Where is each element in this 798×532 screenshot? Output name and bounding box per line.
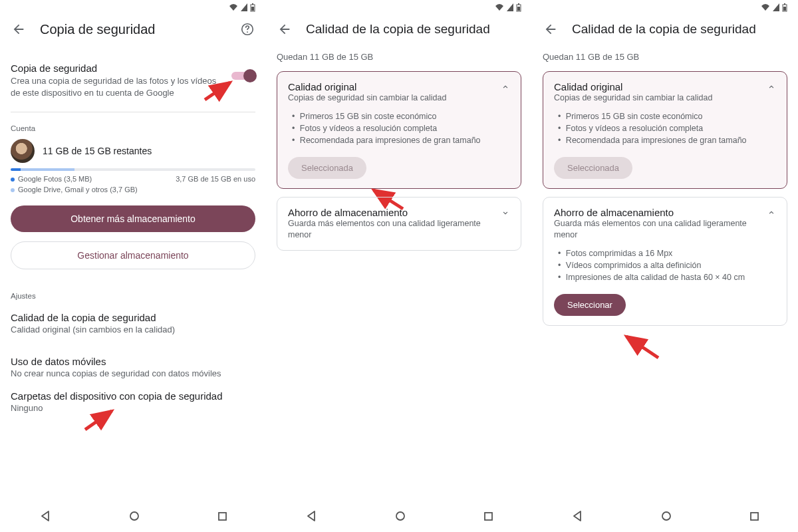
signal-icon: [507, 3, 513, 11]
account-label: Cuenta: [11, 124, 255, 132]
card-subtitle: Copias de seguridad sin cambiar la calid…: [554, 92, 761, 104]
svg-rect-11: [517, 7, 520, 11]
setting-title: Calidad de la copia de seguridad: [11, 312, 255, 323]
account-row[interactable]: 11 GB de 15 GB restantes: [11, 139, 255, 163]
nav-back-icon[interactable]: [39, 510, 51, 522]
bullet: Fotos y vídeos a resolución completa: [558, 124, 776, 133]
bullet: Fotos comprimidas a 16 Mpx: [558, 249, 776, 258]
wifi-icon: [229, 3, 238, 11]
nav-recent-icon[interactable]: [217, 511, 227, 521]
chevron-up-icon: [501, 82, 510, 94]
svg-rect-8: [219, 513, 226, 520]
storage-quota: Quedan 11 GB de 15 GB: [277, 52, 521, 62]
nav-home-icon[interactable]: [661, 511, 672, 521]
app-bar: Calidad de la copia de seguridad: [543, 12, 787, 47]
backup-subtitle: Crea una copia de seguridad de las fotos…: [11, 75, 223, 98]
card-subtitle: Copias de seguridad sin cambiar la calid…: [288, 92, 495, 104]
nav-home-icon[interactable]: [395, 511, 406, 521]
svg-point-4: [247, 31, 248, 33]
svg-point-13: [396, 512, 404, 520]
page-title: Copia de seguridad: [40, 22, 226, 37]
signal-icon: [773, 3, 779, 11]
card-subtitle: Guarda más elementos con una calidad lig…: [288, 218, 495, 241]
divider: [11, 112, 255, 112]
nav-recent-icon[interactable]: [749, 511, 759, 521]
battery-icon: [516, 3, 521, 12]
card-subtitle: Guarda más elementos con una calidad lig…: [554, 218, 761, 241]
annotation-arrow: [200, 78, 246, 105]
selected-pill: Seleccionada: [554, 157, 632, 179]
signal-icon: [241, 3, 247, 11]
card-title: Ahorro de almacenamiento: [554, 207, 761, 218]
manage-storage-button[interactable]: Gestionar almacenamiento: [11, 241, 255, 269]
svg-point-7: [130, 512, 138, 520]
card-original-quality[interactable]: Calidad original Copias de seguridad sin…: [543, 71, 787, 189]
bullet: Recomendada para impresiones de gran tam…: [558, 136, 776, 145]
card-bullets: Primeros 15 GB sin coste económico Fotos…: [288, 112, 510, 145]
nav-back-icon[interactable]: [305, 510, 317, 522]
card-storage-saver[interactable]: Ahorro de almacenamiento Guarda más elem…: [543, 197, 787, 326]
card-bullets: Fotos comprimidas a 16 Mpx Vídeos compri…: [554, 249, 776, 282]
nav-back-icon[interactable]: [571, 510, 583, 522]
app-bar: Calidad de la copia de seguridad: [277, 12, 521, 47]
card-title: Ahorro de almacenamiento: [288, 207, 495, 218]
page-title: Calidad de la copia de seguridad: [306, 22, 521, 37]
back-icon[interactable]: [543, 21, 559, 37]
legend-usage: 3,7 GB de 15 GB en uso: [176, 175, 255, 196]
svg-rect-14: [485, 513, 492, 520]
annotation-arrow: [80, 408, 126, 435]
nav-bar: [266, 503, 532, 529]
nav-bar: [532, 503, 798, 529]
setting-subtitle: No crear nunca copias de seguridad con d…: [11, 368, 255, 378]
card-storage-saver[interactable]: Ahorro de almacenamiento Guarda más elem…: [277, 197, 521, 251]
setting-device-folders[interactable]: Carpetas del dispositivo con copia de se…: [11, 390, 255, 413]
svg-line-6: [85, 411, 112, 430]
bullet: Primeros 15 GB sin coste económico: [558, 112, 776, 121]
svg-rect-17: [783, 7, 786, 11]
storage-legend: Google Fotos (3,5 MB) Google Drive, Gmai…: [11, 175, 255, 196]
setting-title: Uso de datos móviles: [11, 356, 255, 367]
bullet: Vídeos comprimidos a alta definición: [558, 261, 776, 270]
page-title: Calidad de la copia de seguridad: [572, 22, 787, 37]
battery-icon: [250, 3, 255, 12]
nav-recent-icon[interactable]: [483, 511, 493, 521]
select-button[interactable]: Seleccionar: [554, 294, 626, 316]
status-bar: [277, 0, 521, 12]
bullet: Impresiones de alta calidad de hasta 60 …: [558, 273, 776, 282]
status-bar: [11, 0, 255, 12]
chevron-up-icon: [767, 82, 776, 94]
card-title: Calidad original: [288, 81, 495, 92]
back-icon[interactable]: [277, 21, 293, 37]
back-icon[interactable]: [11, 21, 27, 37]
wifi-icon: [761, 3, 770, 11]
svg-point-19: [662, 512, 670, 520]
card-bullets: Primeros 15 GB sin coste económico Fotos…: [554, 112, 776, 145]
svg-rect-16: [784, 3, 785, 5]
setting-backup-quality[interactable]: Calidad de la copia de seguridad Calidad…: [11, 312, 255, 334]
svg-rect-1: [252, 3, 253, 5]
avatar: [11, 139, 35, 163]
bullet: Primeros 15 GB sin coste económico: [292, 112, 510, 121]
svg-rect-20: [751, 513, 758, 520]
setting-title: Carpetas del dispositivo con copia de se…: [11, 390, 255, 402]
card-original-quality[interactable]: Calidad original Copias de seguridad sin…: [277, 71, 521, 189]
legend-photos: Google Fotos (3,5 MB): [18, 175, 92, 183]
setting-subtitle: Calidad original (sin cambios en la cali…: [11, 325, 255, 334]
svg-line-18: [626, 336, 658, 358]
setting-subtitle: Ninguno: [11, 403, 255, 413]
settings-label: Ajustes: [11, 292, 255, 300]
battery-icon: [782, 3, 787, 12]
svg-line-5: [205, 82, 230, 100]
get-more-storage-button[interactable]: Obtener más almacenamiento: [11, 205, 255, 232]
svg-rect-10: [518, 3, 519, 5]
setting-mobile-data[interactable]: Uso de datos móviles No crear nunca copi…: [11, 356, 255, 378]
chevron-down-icon: [501, 208, 510, 220]
card-title: Calidad original: [554, 81, 761, 92]
backup-title: Copia de seguridad: [11, 63, 223, 74]
bullet: Recomendada para impresiones de gran tam…: [292, 136, 510, 145]
svg-rect-2: [251, 7, 254, 11]
nav-home-icon[interactable]: [129, 511, 140, 521]
wifi-icon: [495, 3, 504, 11]
help-icon[interactable]: [239, 21, 255, 37]
storage-remaining: 11 GB de 15 GB restantes: [43, 146, 152, 156]
